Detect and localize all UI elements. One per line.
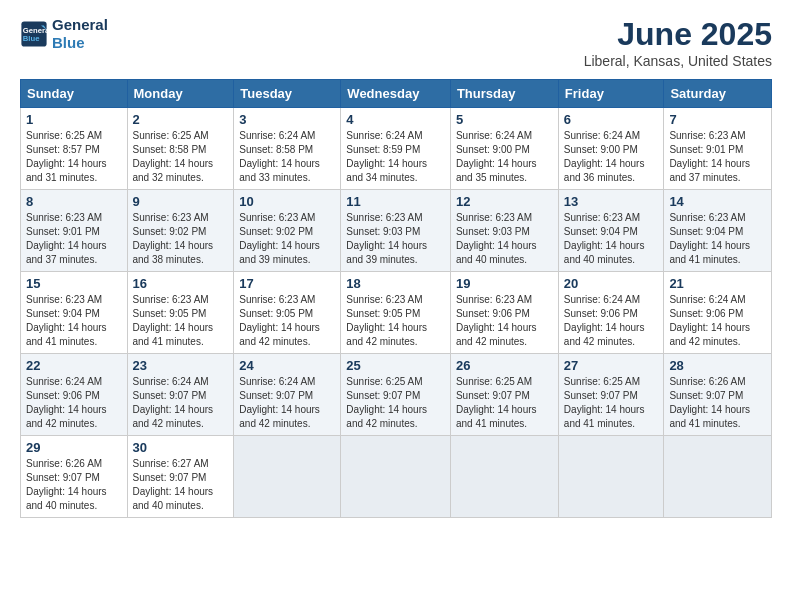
day-info: Sunrise: 6:23 AM Sunset: 9:03 PM Dayligh… xyxy=(346,211,445,267)
header: General Blue General Blue June 2025 Libe… xyxy=(20,16,772,69)
col-header-tuesday: Tuesday xyxy=(234,80,341,108)
day-info: Sunrise: 6:25 AM Sunset: 9:07 PM Dayligh… xyxy=(564,375,659,431)
day-info: Sunrise: 6:23 AM Sunset: 9:04 PM Dayligh… xyxy=(26,293,122,349)
day-number: 13 xyxy=(564,194,659,209)
day-number: 23 xyxy=(133,358,229,373)
day-info: Sunrise: 6:23 AM Sunset: 9:02 PM Dayligh… xyxy=(133,211,229,267)
day-number: 27 xyxy=(564,358,659,373)
day-info: Sunrise: 6:23 AM Sunset: 9:04 PM Dayligh… xyxy=(669,211,766,267)
calendar-header-row: SundayMondayTuesdayWednesdayThursdayFrid… xyxy=(21,80,772,108)
day-info: Sunrise: 6:25 AM Sunset: 9:07 PM Dayligh… xyxy=(456,375,553,431)
day-info: Sunrise: 6:23 AM Sunset: 9:05 PM Dayligh… xyxy=(239,293,335,349)
logo: General Blue General Blue xyxy=(20,16,108,52)
calendar-cell xyxy=(450,436,558,518)
month-title: June 2025 xyxy=(584,16,772,53)
col-header-sunday: Sunday xyxy=(21,80,128,108)
day-number: 16 xyxy=(133,276,229,291)
day-number: 30 xyxy=(133,440,229,455)
day-info: Sunrise: 6:23 AM Sunset: 9:05 PM Dayligh… xyxy=(346,293,445,349)
calendar-table: SundayMondayTuesdayWednesdayThursdayFrid… xyxy=(20,79,772,518)
calendar-cell: 10 Sunrise: 6:23 AM Sunset: 9:02 PM Dayl… xyxy=(234,190,341,272)
day-info: Sunrise: 6:24 AM Sunset: 9:00 PM Dayligh… xyxy=(456,129,553,185)
day-info: Sunrise: 6:23 AM Sunset: 9:05 PM Dayligh… xyxy=(133,293,229,349)
day-number: 1 xyxy=(26,112,122,127)
calendar-cell: 19 Sunrise: 6:23 AM Sunset: 9:06 PM Dayl… xyxy=(450,272,558,354)
calendar-week-1: 1 Sunrise: 6:25 AM Sunset: 8:57 PM Dayli… xyxy=(21,108,772,190)
day-number: 12 xyxy=(456,194,553,209)
calendar-cell: 24 Sunrise: 6:24 AM Sunset: 9:07 PM Dayl… xyxy=(234,354,341,436)
day-info: Sunrise: 6:25 AM Sunset: 8:57 PM Dayligh… xyxy=(26,129,122,185)
day-info: Sunrise: 6:24 AM Sunset: 9:07 PM Dayligh… xyxy=(239,375,335,431)
day-info: Sunrise: 6:24 AM Sunset: 9:06 PM Dayligh… xyxy=(669,293,766,349)
day-info: Sunrise: 6:25 AM Sunset: 8:58 PM Dayligh… xyxy=(133,129,229,185)
calendar-week-4: 22 Sunrise: 6:24 AM Sunset: 9:06 PM Dayl… xyxy=(21,354,772,436)
calendar-cell: 29 Sunrise: 6:26 AM Sunset: 9:07 PM Dayl… xyxy=(21,436,128,518)
calendar-cell xyxy=(234,436,341,518)
calendar-cell: 21 Sunrise: 6:24 AM Sunset: 9:06 PM Dayl… xyxy=(664,272,772,354)
calendar-cell: 6 Sunrise: 6:24 AM Sunset: 9:00 PM Dayli… xyxy=(558,108,664,190)
day-info: Sunrise: 6:27 AM Sunset: 9:07 PM Dayligh… xyxy=(133,457,229,513)
day-number: 21 xyxy=(669,276,766,291)
calendar-cell xyxy=(341,436,451,518)
col-header-monday: Monday xyxy=(127,80,234,108)
calendar-cell: 20 Sunrise: 6:24 AM Sunset: 9:06 PM Dayl… xyxy=(558,272,664,354)
day-number: 11 xyxy=(346,194,445,209)
calendar-cell: 26 Sunrise: 6:25 AM Sunset: 9:07 PM Dayl… xyxy=(450,354,558,436)
calendar-cell: 2 Sunrise: 6:25 AM Sunset: 8:58 PM Dayli… xyxy=(127,108,234,190)
col-header-friday: Friday xyxy=(558,80,664,108)
calendar-cell: 23 Sunrise: 6:24 AM Sunset: 9:07 PM Dayl… xyxy=(127,354,234,436)
day-number: 6 xyxy=(564,112,659,127)
calendar-week-5: 29 Sunrise: 6:26 AM Sunset: 9:07 PM Dayl… xyxy=(21,436,772,518)
day-number: 20 xyxy=(564,276,659,291)
col-header-thursday: Thursday xyxy=(450,80,558,108)
day-info: Sunrise: 6:23 AM Sunset: 9:03 PM Dayligh… xyxy=(456,211,553,267)
calendar-cell: 1 Sunrise: 6:25 AM Sunset: 8:57 PM Dayli… xyxy=(21,108,128,190)
day-info: Sunrise: 6:23 AM Sunset: 9:01 PM Dayligh… xyxy=(26,211,122,267)
calendar-cell: 28 Sunrise: 6:26 AM Sunset: 9:07 PM Dayl… xyxy=(664,354,772,436)
day-info: Sunrise: 6:24 AM Sunset: 9:06 PM Dayligh… xyxy=(26,375,122,431)
page: General Blue General Blue June 2025 Libe… xyxy=(0,0,792,612)
day-info: Sunrise: 6:26 AM Sunset: 9:07 PM Dayligh… xyxy=(26,457,122,513)
day-number: 26 xyxy=(456,358,553,373)
day-info: Sunrise: 6:25 AM Sunset: 9:07 PM Dayligh… xyxy=(346,375,445,431)
calendar-cell: 15 Sunrise: 6:23 AM Sunset: 9:04 PM Dayl… xyxy=(21,272,128,354)
calendar-cell: 9 Sunrise: 6:23 AM Sunset: 9:02 PM Dayli… xyxy=(127,190,234,272)
calendar-cell: 14 Sunrise: 6:23 AM Sunset: 9:04 PM Dayl… xyxy=(664,190,772,272)
calendar-cell xyxy=(558,436,664,518)
day-info: Sunrise: 6:23 AM Sunset: 9:01 PM Dayligh… xyxy=(669,129,766,185)
day-number: 4 xyxy=(346,112,445,127)
day-number: 5 xyxy=(456,112,553,127)
svg-text:Blue: Blue xyxy=(23,34,40,43)
day-info: Sunrise: 6:24 AM Sunset: 8:59 PM Dayligh… xyxy=(346,129,445,185)
day-number: 10 xyxy=(239,194,335,209)
day-number: 15 xyxy=(26,276,122,291)
calendar-week-2: 8 Sunrise: 6:23 AM Sunset: 9:01 PM Dayli… xyxy=(21,190,772,272)
calendar-cell: 27 Sunrise: 6:25 AM Sunset: 9:07 PM Dayl… xyxy=(558,354,664,436)
day-number: 7 xyxy=(669,112,766,127)
location: Liberal, Kansas, United States xyxy=(584,53,772,69)
day-number: 14 xyxy=(669,194,766,209)
day-info: Sunrise: 6:26 AM Sunset: 9:07 PM Dayligh… xyxy=(669,375,766,431)
calendar-cell: 13 Sunrise: 6:23 AM Sunset: 9:04 PM Dayl… xyxy=(558,190,664,272)
calendar-cell: 30 Sunrise: 6:27 AM Sunset: 9:07 PM Dayl… xyxy=(127,436,234,518)
day-info: Sunrise: 6:23 AM Sunset: 9:04 PM Dayligh… xyxy=(564,211,659,267)
day-number: 25 xyxy=(346,358,445,373)
day-number: 3 xyxy=(239,112,335,127)
logo-text-general: General xyxy=(52,16,108,34)
calendar-cell: 25 Sunrise: 6:25 AM Sunset: 9:07 PM Dayl… xyxy=(341,354,451,436)
calendar-cell: 17 Sunrise: 6:23 AM Sunset: 9:05 PM Dayl… xyxy=(234,272,341,354)
day-number: 19 xyxy=(456,276,553,291)
calendar-cell: 12 Sunrise: 6:23 AM Sunset: 9:03 PM Dayl… xyxy=(450,190,558,272)
title-block: June 2025 Liberal, Kansas, United States xyxy=(584,16,772,69)
col-header-wednesday: Wednesday xyxy=(341,80,451,108)
calendar-cell: 18 Sunrise: 6:23 AM Sunset: 9:05 PM Dayl… xyxy=(341,272,451,354)
calendar-cell: 4 Sunrise: 6:24 AM Sunset: 8:59 PM Dayli… xyxy=(341,108,451,190)
calendar-cell: 11 Sunrise: 6:23 AM Sunset: 9:03 PM Dayl… xyxy=(341,190,451,272)
day-number: 9 xyxy=(133,194,229,209)
day-number: 22 xyxy=(26,358,122,373)
day-number: 8 xyxy=(26,194,122,209)
day-number: 24 xyxy=(239,358,335,373)
calendar-cell: 5 Sunrise: 6:24 AM Sunset: 9:00 PM Dayli… xyxy=(450,108,558,190)
calendar-cell: 7 Sunrise: 6:23 AM Sunset: 9:01 PM Dayli… xyxy=(664,108,772,190)
day-number: 29 xyxy=(26,440,122,455)
